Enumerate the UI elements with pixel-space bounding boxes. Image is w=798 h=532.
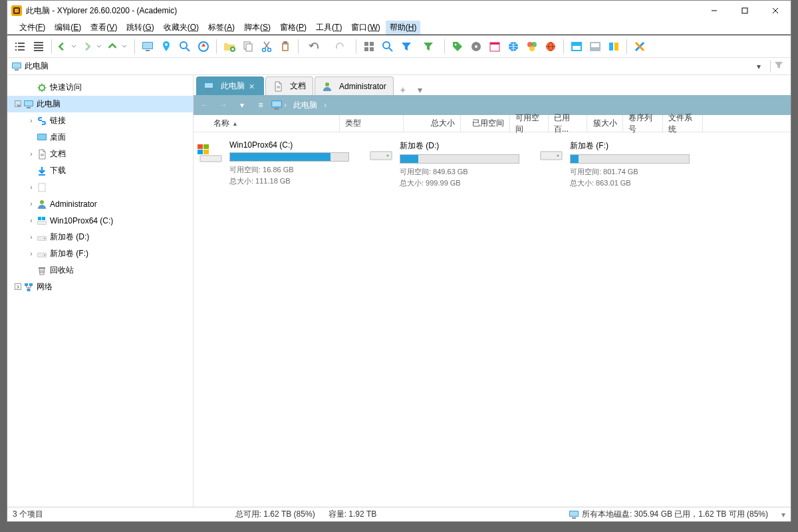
expand-icon[interactable]: › [26, 200, 37, 207]
back-button[interactable] [56, 38, 80, 55]
tree-item[interactable]: ›网络 [7, 279, 193, 295]
zoom-icon[interactable] [176, 38, 194, 55]
address-bar[interactable]: 此电脑 ▾ [7, 58, 791, 75]
tab-add-button[interactable]: + [395, 84, 411, 95]
filter-dropdown-icon[interactable] [416, 38, 440, 55]
tree-item[interactable]: 快速访问 [7, 79, 193, 96]
close-button[interactable] [760, 1, 791, 21]
crumb-dropdown-icon[interactable]: ▾ [233, 96, 251, 114]
titlebar[interactable]: 此电脑 - XYplorer 26.60.0200 - (Academic) [7, 1, 791, 21]
column-header[interactable]: 名称▲ [208, 115, 340, 132]
search-icon[interactable] [379, 38, 396, 55]
menu-item[interactable]: 标签(A) [204, 21, 239, 35]
tab-menu-icon[interactable]: ▾ [412, 84, 428, 95]
menu-item[interactable]: 窗口(W) [347, 21, 384, 35]
drive-item[interactable]: 新加卷 (F:)可用空间: 801.74 GB总大小: 863.01 GB [538, 140, 703, 188]
tree-panel[interactable]: 快速访问⌄此电脑›链接桌面›文档下载››Administrator›Win10P… [7, 75, 194, 507]
menu-item[interactable]: 工具(T) [312, 21, 346, 35]
tree-item[interactable]: › [7, 179, 193, 196]
crumb-segment[interactable]: 此电脑 [288, 100, 323, 111]
monitor-icon[interactable] [139, 38, 156, 55]
ball-icon[interactable] [542, 38, 559, 55]
column-header[interactable]: 文件系统 [663, 115, 703, 132]
globe-icon[interactable] [505, 38, 522, 55]
expand-icon[interactable]: ⌄ [13, 100, 23, 108]
address-text[interactable]: 此电脑 [25, 61, 754, 72]
column-header[interactable]: 簇大小 [587, 115, 623, 132]
crumb-back-icon[interactable]: ← [196, 96, 213, 114]
tree-item[interactable]: ›文档 [7, 146, 193, 162]
tab[interactable]: Administrator [315, 76, 394, 95]
pane2-icon[interactable] [587, 38, 604, 55]
tree-item[interactable]: 下载 [7, 162, 193, 179]
svg-rect-6 [15, 49, 17, 51]
up-button[interactable] [106, 38, 130, 55]
tree-item[interactable]: ›链接 [7, 112, 193, 129]
crumb-menu-icon[interactable]: ≡ [252, 96, 269, 114]
tree-item[interactable]: 回收站 [7, 262, 193, 279]
column-header[interactable]: 可用空间 [510, 115, 549, 132]
tree-item[interactable]: ›新加卷 (D:) [7, 229, 193, 245]
filter-icon[interactable] [773, 60, 787, 72]
menu-item[interactable]: 帮助(H) [386, 21, 421, 35]
tab-close-icon[interactable]: ✕ [249, 82, 257, 90]
menu-item[interactable]: 脚本(S) [240, 21, 275, 35]
svg-rect-31 [364, 42, 368, 46]
crumb-forward-icon[interactable]: → [215, 96, 232, 114]
maximize-button[interactable] [730, 1, 760, 21]
column-header[interactable]: 已用空间 [461, 115, 510, 132]
expand-icon[interactable]: › [26, 150, 37, 158]
undo-button[interactable] [303, 38, 327, 55]
tree-item[interactable]: 桌面 [7, 129, 193, 146]
tree-item[interactable]: ⌄此电脑 [7, 96, 193, 112]
settings-icon[interactable] [631, 38, 648, 55]
menu-item[interactable]: 编辑(E) [51, 21, 85, 35]
expand-icon[interactable]: › [26, 184, 37, 191]
copy-icon[interactable] [239, 38, 257, 55]
tree-item[interactable]: ›新加卷 (F:) [7, 245, 193, 262]
calendar-icon[interactable] [486, 38, 503, 55]
column-header[interactable]: 卷序列号 [623, 115, 663, 132]
menu-item[interactable]: 查看(V) [86, 21, 121, 35]
location-icon[interactable] [158, 38, 175, 55]
expand-icon[interactable]: › [13, 283, 23, 291]
column-header[interactable]: 已用百... [549, 115, 587, 132]
file-list[interactable]: Win10Prox64 (C:)可用空间: 16.86 GB总大小: 111.1… [194, 132, 791, 507]
svg-rect-61 [38, 134, 46, 140]
expand-icon[interactable]: › [26, 233, 37, 241]
expand-icon[interactable]: › [26, 250, 37, 257]
split-icon[interactable] [605, 38, 622, 55]
column-header[interactable]: 总大小 [404, 115, 461, 132]
menu-item[interactable]: 窗格(P) [276, 21, 311, 35]
filter-icon[interactable] [398, 38, 415, 55]
redo-button[interactable] [328, 38, 352, 55]
menu-item[interactable]: 文件(F) [15, 21, 49, 35]
grid-icon[interactable] [360, 38, 378, 55]
expand-icon[interactable]: › [26, 217, 37, 224]
disc-icon[interactable] [467, 38, 485, 55]
cut-icon[interactable] [258, 38, 275, 55]
address-dropdown-icon[interactable]: ▾ [757, 62, 767, 71]
tree-item[interactable]: ›Win10Prox64 (C:) [7, 212, 193, 229]
new-folder-icon[interactable] [221, 38, 238, 55]
column-header[interactable]: 类型 [340, 115, 404, 132]
drive-item[interactable]: 新加卷 (D:)可用空间: 849.63 GB总大小: 999.99 GB [368, 140, 533, 188]
list-view-icon[interactable] [11, 38, 29, 55]
pane1-icon[interactable] [568, 38, 585, 55]
drive-item[interactable]: Win10Prox64 (C:)可用空间: 16.86 GB总大小: 111.1… [198, 140, 362, 186]
palette-icon[interactable] [523, 38, 541, 55]
forward-button[interactable] [81, 38, 105, 55]
menu-item[interactable]: 收藏夹(O) [160, 21, 203, 35]
tab[interactable]: 文档 [265, 76, 313, 95]
svg-rect-55 [15, 69, 19, 70]
tag-icon[interactable] [449, 38, 466, 55]
details-view-icon[interactable] [30, 38, 47, 55]
status-dropdown-icon[interactable]: ▾ [781, 510, 785, 519]
target-icon[interactable] [195, 38, 212, 55]
menu-item[interactable]: 跳转(G) [122, 21, 158, 35]
paste-icon[interactable] [277, 38, 294, 55]
minimize-button[interactable] [699, 1, 730, 21]
tab[interactable]: 此电脑✕ [196, 76, 264, 95]
tree-item[interactable]: ›Administrator [7, 196, 193, 212]
expand-icon[interactable]: › [26, 117, 37, 124]
